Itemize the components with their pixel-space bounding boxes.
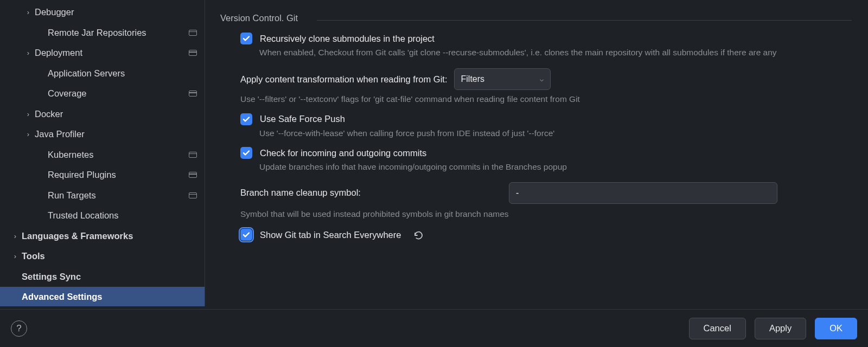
tree-item-docker[interactable]: ›Docker [0, 104, 205, 125]
tree-item-label: Remote Jar Repositories [48, 28, 189, 38]
chevron-down-icon: ⌵ [540, 75, 544, 83]
tree-item-tools[interactable]: ›Tools [0, 246, 205, 267]
tree-item-label: Languages & Frameworks [22, 231, 197, 241]
tree-item-label: Deployment [35, 48, 189, 58]
chevron-right-icon: › [22, 8, 35, 16]
revert-icon[interactable] [413, 230, 424, 240]
tree-item-remote-jar-repositories[interactable]: Remote Jar Repositories [0, 23, 205, 43]
project-settings-icon [189, 152, 197, 158]
checkbox-safe-force-push[interactable] [240, 113, 252, 125]
branch-cleanup-input[interactable] [509, 182, 777, 204]
settings-tree: ›DebuggerRemote Jar Repositories›Deploym… [0, 0, 205, 306]
tree-item-label: Coverage [48, 88, 189, 99]
tree-item-label: Application Servers [48, 68, 197, 79]
apply-button[interactable]: Apply [755, 318, 806, 339]
tree-item-label: Kubernetes [48, 150, 189, 160]
tree-item-label: Java Profiler [35, 129, 197, 139]
chevron-right-icon: › [9, 252, 22, 260]
help-button[interactable]: ? [11, 320, 27, 337]
tree-item-run-targets[interactable]: Run Targets [0, 185, 205, 206]
settings-panel: Version Control. Git Recursively clone s… [205, 0, 868, 306]
project-settings-icon [189, 172, 197, 178]
project-settings-icon [189, 30, 197, 36]
chevron-right-icon: › [22, 110, 35, 118]
branch-cleanup-label: Branch name cleanup symbol: [240, 188, 509, 198]
tree-item-coverage[interactable]: Coverage [0, 83, 205, 104]
ok-button[interactable]: OK [815, 318, 857, 339]
tree-item-label: Advanced Settings [22, 292, 197, 302]
checkbox-label: Show Git tab in Search Everywhere [260, 230, 401, 240]
transform-label: Apply content transformation when readin… [240, 74, 448, 85]
tree-item-trusted-locations[interactable]: Trusted Locations [0, 205, 205, 226]
hint-text: Update branches info that have incoming/… [205, 160, 852, 173]
chevron-right-icon: › [22, 49, 35, 57]
hint-text: Symbol that will be used instead prohibi… [205, 205, 852, 220]
tree-item-settings-sync[interactable]: Settings Sync [0, 267, 205, 287]
transform-dropdown[interactable]: Filters ⌵ [454, 68, 551, 90]
tree-item-kubernetes[interactable]: Kubernetes [0, 145, 205, 165]
tree-item-label: Required Plugins [48, 170, 189, 180]
tree-item-deployment[interactable]: ›Deployment [0, 43, 205, 63]
cancel-button[interactable]: Cancel [689, 318, 746, 339]
tree-item-advanced-settings[interactable]: Advanced Settings [0, 287, 205, 306]
tree-item-label: Debugger [35, 7, 197, 17]
hint-text: Use '--force-with-lease' when calling fo… [205, 126, 852, 139]
chevron-right-icon: › [9, 232, 22, 240]
tree-item-debugger[interactable]: ›Debugger [0, 2, 205, 23]
project-settings-icon [189, 192, 197, 198]
tree-item-label: Settings Sync [22, 272, 197, 282]
checkbox-show-git-tab[interactable] [240, 229, 252, 241]
checkbox-label: Check for incoming and outgoing commits [260, 148, 426, 158]
tree-item-required-plugins[interactable]: Required Plugins [0, 165, 205, 185]
hint-text: Use '--filters' or '--textconv' flags fo… [205, 92, 852, 105]
checkbox-label: Use Safe Force Push [260, 114, 345, 124]
tree-item-application-servers[interactable]: Application Servers [0, 63, 205, 84]
hint-text: When enabled, Checkout from Git calls 'g… [205, 46, 852, 59]
tree-item-label: Docker [35, 109, 197, 119]
checkbox-label: Recursively clone submodules in the proj… [260, 34, 435, 44]
divider [317, 20, 852, 21]
checkbox-recursive-clone[interactable] [240, 33, 252, 44]
dialog-footer: ? Cancel Apply OK [0, 309, 868, 347]
project-settings-icon [189, 50, 197, 56]
dropdown-value: Filters [461, 74, 485, 84]
tree-item-label: Tools [22, 251, 197, 261]
chevron-right-icon: › [22, 130, 35, 138]
checkbox-check-commits[interactable] [240, 147, 252, 159]
project-settings-icon [189, 91, 197, 97]
tree-item-languages-frameworks[interactable]: ›Languages & Frameworks [0, 226, 205, 247]
tree-item-label: Run Targets [48, 190, 189, 201]
tree-item-label: Trusted Locations [48, 210, 197, 221]
tree-item-java-profiler[interactable]: ›Java Profiler [0, 124, 205, 145]
